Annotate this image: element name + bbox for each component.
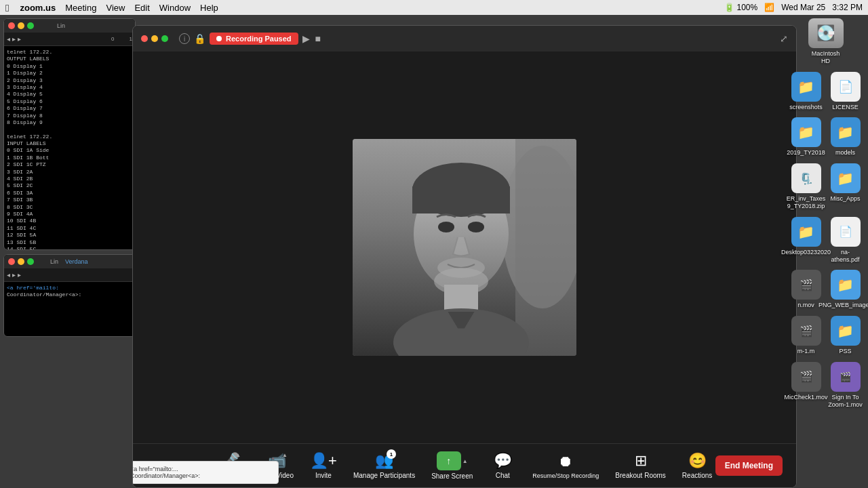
left-panels: Lin ◂ ▸ ▸ 0 1 telnet 172.22. OUTPUT LABE… xyxy=(3,18,136,337)
participants-button[interactable]: 👥 1 Manage Participants xyxy=(347,448,422,483)
desktop-files: 💽 MacIntosh HD 📁 screenshots 📄 LICENSE 📁… xyxy=(787,18,865,415)
apple-menu[interactable]:  xyxy=(5,2,9,14)
play-icon[interactable]: ▶ xyxy=(302,33,310,44)
menubar:  zoom.us Meeting View Edit Window Help … xyxy=(0,0,868,15)
end-meeting-button[interactable]: End Meeting xyxy=(715,455,783,476)
minimize-button-2[interactable] xyxy=(18,258,24,265)
athens-label: na- athens.pdf xyxy=(828,249,863,264)
recording-icon: ⏺ xyxy=(558,453,573,470)
share-screen-button[interactable]: ↑ ▲ Share Screen xyxy=(425,447,479,484)
recording-badge-area: i 🔒 Recording Paused ▶ ■ xyxy=(179,33,321,45)
menu-items: zoom.us Meeting View Edit Window Help xyxy=(20,3,218,13)
terminal-content-2: <a href='mailto: Coordinator/Manager<a>: xyxy=(4,282,135,336)
macintosh-hd-icon[interactable]: 💽 MacIntosh HD xyxy=(808,18,844,65)
chat-icon: 💬 xyxy=(494,452,512,470)
recording-badge: Recording Paused xyxy=(210,33,298,45)
close-button-1[interactable] xyxy=(8,22,15,29)
pss-icon[interactable]: 📁 PSS xyxy=(828,316,863,355)
signin-icon[interactable]: 🎬 Sign In To Zoom-1.mov xyxy=(828,362,863,409)
menu-edit[interactable]: Edit xyxy=(134,3,149,13)
macintosh-hd-label: MacIntosh HD xyxy=(808,50,844,65)
terminal-line: 7 SDI 3B xyxy=(7,197,132,203)
zoom-close[interactable] xyxy=(141,35,148,42)
athens-pdf-icon[interactable]: 📄 na- athens.pdf xyxy=(828,217,863,264)
terminal-timecode: 0 1 xyxy=(111,36,132,42)
terminal-line: 1 SDI 1B Bott xyxy=(7,155,132,161)
terminal-toolbar-1: ◂ ▸ ▸ 0 1 xyxy=(4,33,135,46)
terminal-line: 8 Display 9 xyxy=(7,119,132,126)
zoom-traffic-lights xyxy=(141,35,168,42)
breakout-label: Breakout Rooms xyxy=(615,472,665,479)
menu-view[interactable]: View xyxy=(106,3,125,13)
signin-label: Sign In To Zoom-1.mov xyxy=(828,394,863,409)
terminal-line: 4 SDI 2B xyxy=(7,176,132,182)
maximize-button-2[interactable] xyxy=(27,258,34,265)
row-screenshots-license: 📁 screenshots 📄 LICENSE xyxy=(787,72,865,111)
reactions-button[interactable]: 😊 Reactions xyxy=(675,448,719,483)
misc-graphic: 📁 xyxy=(831,163,861,193)
chat-button[interactable]: 💬 Chat xyxy=(482,448,523,483)
row-m1-pss: 🎬 m-1.m 📁 PSS xyxy=(787,316,865,355)
desktop032-graphic: 📁 xyxy=(791,217,821,247)
terminal-titlebar-1: Lin xyxy=(4,19,135,33)
row-desktop-athens: 📁 Desktop03232020 📄 na- athens.pdf xyxy=(787,217,865,264)
screenshots-graphic: 📁 xyxy=(791,72,821,102)
wifi-icon: 📶 xyxy=(764,3,774,12)
terminal-tool-left[interactable]: ◂ ▸ ▸ xyxy=(7,35,21,43)
terminal-line-2b: Coordinator/Manager<a>: xyxy=(7,291,132,298)
miccheck-label: MicCheck1.mov xyxy=(785,394,828,401)
menu-zoom[interactable]: zoom.us xyxy=(20,3,56,13)
terminal-title-2: Lin xyxy=(50,258,58,265)
hd-symbol: 💽 xyxy=(816,24,835,42)
close-button-2[interactable] xyxy=(8,258,15,265)
tooltip-text: <a href="mailto:...Coordinator/Manager<a… xyxy=(132,466,200,479)
screenshots-icon[interactable]: 📁 screenshots xyxy=(789,72,824,111)
terminal-tool-left-2[interactable]: ◂ ▸ ▸ xyxy=(7,271,21,279)
menu-window[interactable]: Window xyxy=(159,3,191,13)
share-icon-wrap: ↑ ▲ xyxy=(437,451,468,470)
png-web-icon[interactable]: 📁 PNG_WEB_images xyxy=(828,270,863,309)
stop-icon[interactable]: ■ xyxy=(315,33,321,44)
minimize-button-1[interactable] xyxy=(18,22,24,29)
terminal-line: 8 SDI 3C xyxy=(7,204,132,211)
terminal-line: telnet 172.22. xyxy=(7,134,132,140)
terminal-line: 13 SDI 5B xyxy=(7,239,132,246)
mute-caret[interactable]: ▲ xyxy=(235,452,241,458)
misc-apps-icon[interactable]: 📁 Misc_Apps xyxy=(828,163,863,210)
license-icon[interactable]: 📄 LICENSE xyxy=(828,72,863,111)
desktop032-icon[interactable]: 📁 Desktop03232020 xyxy=(789,217,824,264)
m1-icon[interactable]: 🎬 m-1.m xyxy=(789,316,824,355)
invite-button[interactable]: 👤+ Invite xyxy=(303,448,344,483)
2019-graphic: 📁 xyxy=(791,117,821,147)
desktop032-label: Desktop03232020 xyxy=(781,249,831,256)
menubar-right: 🔋 100% 📶 Wed Mar 25 3:32 PM xyxy=(724,3,863,12)
terminal-line: 5 SDI 2C xyxy=(7,182,132,189)
maximize-button-1[interactable] xyxy=(27,22,34,29)
reactions-icon: 😊 xyxy=(688,452,707,470)
er-inv-taxes-icon[interactable]: 🗜️ ER_inv_Taxes 9_TY2018.zip xyxy=(789,163,824,210)
terminal-line: 0 Display 1 xyxy=(7,63,132,70)
row-zip-misc: 🗜️ ER_inv_Taxes 9_TY2018.zip 📁 Misc_Apps xyxy=(787,163,865,210)
breakout-rooms-button[interactable]: ⊞ Breakout Rooms xyxy=(608,448,672,483)
share-caret[interactable]: ▲ xyxy=(462,458,468,464)
svg-rect-11 xyxy=(444,285,478,312)
menu-help[interactable]: Help xyxy=(200,3,218,13)
svg-rect-6 xyxy=(412,186,510,214)
zoom-maximize[interactable] xyxy=(161,35,168,42)
recording-button[interactable]: ⏺ Resume/Stop Recording xyxy=(526,449,606,483)
menu-meeting[interactable]: Meeting xyxy=(65,3,96,13)
terminal-titlebar-2: Lin Verdana xyxy=(4,255,135,268)
pss-label: PSS xyxy=(839,348,851,355)
info-icon[interactable]: i xyxy=(179,33,190,44)
miccheck-icon[interactable]: 🎬 MicCheck1.mov xyxy=(789,362,824,409)
terminal-line: 0 SDI 1A Side xyxy=(7,147,132,154)
terminal-window-1: Lin ◂ ▸ ▸ 0 1 telnet 172.22. OUTPUT LABE… xyxy=(3,18,136,250)
video-caret[interactable]: ▲ xyxy=(282,452,288,458)
models-icon[interactable]: 📁 models xyxy=(828,117,863,157)
svg-point-7 xyxy=(438,222,454,232)
2019-ty2018-icon[interactable]: 📁 2019_TY2018 xyxy=(789,117,824,157)
terminal-line: OUTPUT LABELS xyxy=(7,56,132,62)
clock: Wed Mar 25 3:32 PM xyxy=(781,3,863,12)
zoom-minimize[interactable] xyxy=(151,35,158,42)
zoom-titlebar: i 🔒 Recording Paused ▶ ■ ⤢ xyxy=(133,26,796,52)
